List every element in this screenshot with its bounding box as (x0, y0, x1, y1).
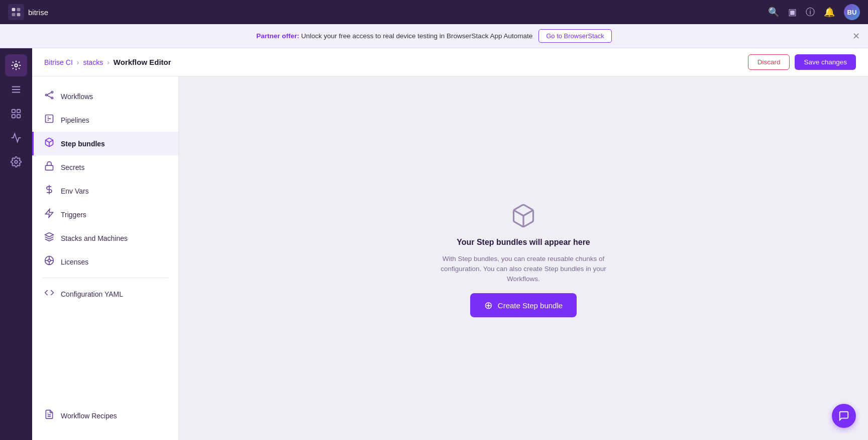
svg-line-13 (47, 93, 51, 95)
breadcrumb-sep-2: › (107, 58, 110, 66)
svg-point-10 (46, 94, 47, 96)
menu-item-pipelines-label: Pipelines (61, 116, 89, 124)
svg-rect-3 (17, 13, 21, 17)
breadcrumb-link-bitrise-ci[interactable]: Bitrise CI (44, 58, 73, 66)
menu-bottom: Workflow Recipes (32, 404, 178, 435)
breadcrumb-sep-1: › (77, 58, 79, 66)
notifications-icon[interactable]: 🔔 (824, 7, 835, 18)
svg-rect-2 (12, 13, 16, 17)
svg-point-11 (51, 92, 53, 93)
chat-button[interactable] (832, 404, 856, 428)
menu-item-recipes[interactable]: Workflow Recipes (32, 404, 178, 427)
two-col: Workflows Pipelines (32, 76, 868, 440)
secrets-icon (44, 161, 55, 173)
brand-name: bitrise (28, 8, 48, 17)
search-icon[interactable]: 🔍 (768, 7, 779, 18)
topbar: bitrise 🔍 ▣ ⓘ 🔔 BU (0, 0, 868, 24)
sidebar-dark (0, 48, 32, 440)
breadcrumb-current: Workflow Editor (114, 58, 171, 66)
menu-item-triggers-label: Triggers (61, 211, 86, 219)
discard-button[interactable]: Discard (748, 54, 790, 70)
svg-rect-19 (46, 165, 53, 170)
svg-point-4 (15, 64, 18, 67)
create-step-bundle-label: Create Step bundle (498, 301, 563, 310)
main-layout: Bitrise CI › stacks › Workflow Editor Di… (0, 48, 868, 440)
breadcrumb-actions: Discard Save changes (748, 54, 856, 70)
content-wrapper: Bitrise CI › stacks › Workflow Editor Di… (32, 48, 868, 440)
menu-item-stacks-label: Stacks and Machines (61, 234, 128, 242)
menu-item-step-bundles[interactable]: Step bundles (32, 132, 178, 155)
main-content: Your Step bundles will appear here With … (179, 76, 868, 440)
menu-item-recipes-label: Workflow Recipes (61, 412, 117, 420)
svg-line-14 (47, 96, 51, 98)
pipelines-icon (44, 114, 55, 126)
menu-divider (42, 278, 168, 278)
partner-banner: Partner offer: Unlock your free access t… (0, 24, 868, 48)
svg-point-23 (48, 259, 51, 262)
breadcrumb: Bitrise CI › stacks › Workflow Editor (44, 58, 171, 66)
triggers-icon (44, 208, 55, 221)
empty-state-icon (510, 203, 536, 231)
svg-rect-5 (12, 110, 15, 113)
svg-rect-7 (12, 115, 15, 118)
step-bundles-icon (44, 137, 55, 150)
sidebar-item-workflow-editor[interactable] (5, 54, 27, 76)
menu-item-triggers[interactable]: Triggers (32, 203, 178, 226)
menu-item-stacks[interactable]: Stacks and Machines (32, 226, 178, 250)
menu-items: Workflows Pipelines (32, 84, 178, 306)
breadcrumb-bar: Bitrise CI › stacks › Workflow Editor Di… (32, 48, 868, 76)
menu-item-secrets-label: Secrets (61, 163, 84, 171)
svg-point-12 (51, 97, 53, 99)
menu-item-workflows[interactable]: Workflows (32, 84, 178, 108)
bitrise-logo[interactable] (8, 4, 24, 20)
svg-rect-8 (17, 115, 20, 118)
sidebar-item-settings[interactable] (5, 151, 27, 173)
create-icon: ⊕ (484, 299, 493, 311)
svg-point-9 (15, 160, 18, 163)
empty-state-description: With Step bundles, you can create reusab… (428, 254, 619, 285)
svg-rect-6 (17, 110, 20, 113)
yaml-icon (44, 288, 55, 300)
menu-item-yaml[interactable]: Configuration YAML (32, 282, 178, 306)
topbar-left: bitrise (8, 4, 48, 20)
stacks-icon (44, 232, 55, 244)
left-menu: Workflows Pipelines (32, 76, 179, 440)
menu-item-licenses[interactable]: Licenses (32, 250, 178, 274)
sidebar-item-artifacts[interactable] (5, 103, 27, 125)
help-icon[interactable]: ⓘ (806, 6, 815, 18)
banner-text: Partner offer: Unlock your free access t… (256, 32, 532, 40)
menu-item-env-vars-label: Env Vars (61, 187, 89, 195)
builds-icon[interactable]: ▣ (788, 7, 797, 18)
save-changes-button[interactable]: Save changes (795, 54, 856, 70)
banner-prefix: Partner offer: (256, 32, 299, 40)
menu-item-workflows-label: Workflows (61, 93, 93, 101)
create-step-bundle-button[interactable]: ⊕ Create Step bundle (470, 293, 577, 317)
empty-state: Your Step bundles will appear here With … (428, 203, 619, 318)
sidebar-item-insights[interactable] (5, 127, 27, 149)
menu-item-secrets[interactable]: Secrets (32, 155, 178, 179)
workflows-icon (44, 90, 55, 103)
empty-state-title: Your Step bundles will appear here (457, 238, 590, 247)
sidebar-item-builds[interactable] (5, 78, 27, 101)
banner-message: Unlock your free access to real device t… (301, 32, 532, 40)
svg-rect-0 (12, 8, 16, 12)
menu-item-step-bundles-label: Step bundles (61, 140, 105, 148)
go-to-browserstack-button[interactable]: Go to BrowserStack (538, 29, 612, 43)
licenses-icon (44, 255, 55, 268)
svg-rect-1 (17, 8, 21, 12)
menu-item-licenses-label: Licenses (61, 258, 88, 266)
avatar[interactable]: BU (844, 4, 860, 20)
svg-marker-21 (46, 209, 53, 218)
menu-item-env-vars[interactable]: Env Vars (32, 179, 178, 203)
menu-item-pipelines[interactable]: Pipelines (32, 108, 178, 132)
banner-close-icon[interactable]: ✕ (852, 31, 860, 42)
menu-item-yaml-label: Configuration YAML (61, 290, 123, 298)
recipes-icon (44, 409, 55, 422)
topbar-right: 🔍 ▣ ⓘ 🔔 BU (768, 4, 860, 20)
env-vars-icon (44, 185, 55, 197)
breadcrumb-link-stacks[interactable]: stacks (83, 58, 103, 66)
